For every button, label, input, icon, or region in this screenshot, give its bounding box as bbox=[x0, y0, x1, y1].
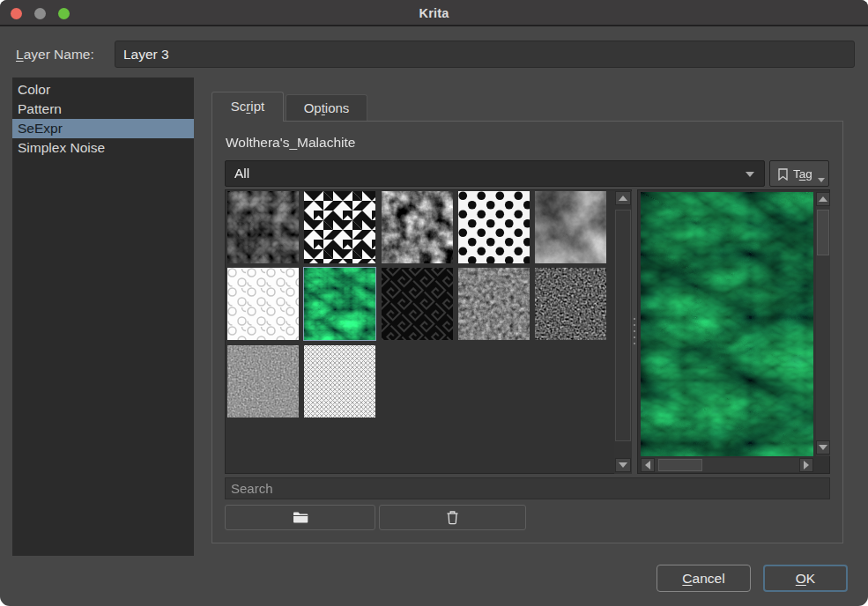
resource-name-label: Wolthera's_Malachite bbox=[226, 135, 355, 151]
pattern-preview-image bbox=[641, 192, 813, 456]
window-title: Krita bbox=[0, 6, 868, 20]
chevron-down-icon bbox=[746, 172, 754, 177]
pattern-preview-panel bbox=[637, 189, 830, 474]
delete-resource-button[interactable] bbox=[379, 505, 526, 530]
tab-script[interactable]: Script bbox=[211, 92, 284, 122]
tag-filter-combobox[interactable]: All bbox=[225, 160, 765, 187]
script-tab-pane: Wolthera's_Malachite All Tag bbox=[211, 121, 843, 543]
pattern-thumb-diagonal-hatch[interactable] bbox=[304, 345, 375, 418]
generator-item-simplex-noise[interactable]: Simplex Noise bbox=[12, 138, 194, 158]
pattern-grid-scrollbar[interactable] bbox=[614, 191, 632, 474]
generator-item-pattern[interactable]: Pattern bbox=[12, 100, 194, 119]
titlebar: Krita bbox=[0, 0, 868, 26]
scroll-right-button[interactable] bbox=[799, 458, 813, 472]
search-input[interactable] bbox=[225, 477, 830, 499]
scroll-up-button[interactable] bbox=[816, 192, 830, 206]
scroll-down-button[interactable] bbox=[615, 458, 631, 472]
layer-name-label: Layer Name: bbox=[16, 47, 94, 63]
pattern-thumb-gray-splatter[interactable] bbox=[382, 191, 453, 263]
scrollbar-thumb[interactable] bbox=[817, 210, 829, 255]
krita-dialog-window: Krita Layer Name: ColorPatternSeExprSimp… bbox=[0, 0, 868, 606]
folder-icon bbox=[293, 511, 308, 524]
scrollbar-thumb[interactable] bbox=[658, 459, 702, 471]
preview-horizontal-scrollbar[interactable] bbox=[641, 458, 813, 472]
generator-item-seexpr[interactable]: SeExpr bbox=[12, 119, 194, 138]
pattern-thumb-truchet-circles[interactable] bbox=[227, 268, 299, 340]
scroll-up-button[interactable] bbox=[615, 191, 631, 205]
pattern-thumb-black-maze[interactable] bbox=[382, 268, 453, 340]
tag-button[interactable]: Tag bbox=[769, 160, 829, 187]
pattern-thumb-malachite-green[interactable] bbox=[304, 268, 375, 340]
bookmark-icon bbox=[778, 168, 788, 181]
pattern-thumb-canvas-weave[interactable] bbox=[227, 345, 299, 418]
tab-options[interactable]: Options bbox=[286, 94, 367, 121]
scroll-down-button[interactable] bbox=[816, 440, 830, 454]
cancel-button[interactable]: Cancel bbox=[657, 565, 751, 592]
generator-item-color[interactable]: Color bbox=[12, 80, 194, 100]
ok-button[interactable]: OK bbox=[763, 565, 848, 592]
pattern-grid bbox=[225, 189, 632, 474]
pattern-thumb-dark-speckle[interactable] bbox=[535, 268, 606, 340]
pattern-thumb-triangle-quilt[interactable] bbox=[304, 191, 375, 263]
pattern-thumb-halftone-dots[interactable] bbox=[458, 191, 530, 263]
pattern-thumb-smoke-clouds[interactable] bbox=[535, 191, 606, 263]
chevron-down-icon bbox=[818, 178, 825, 182]
scrollbar-thumb[interactable] bbox=[615, 210, 631, 441]
preview-vertical-scrollbar[interactable] bbox=[816, 192, 830, 456]
layer-name-input[interactable] bbox=[115, 41, 855, 68]
scroll-left-button[interactable] bbox=[641, 458, 655, 472]
pattern-thumb-rough-concrete[interactable] bbox=[458, 268, 530, 340]
trash-icon bbox=[446, 510, 459, 525]
generator-list: ColorPatternSeExprSimplex Noise bbox=[12, 78, 194, 556]
import-resource-button[interactable] bbox=[225, 505, 375, 530]
pattern-thumb-dark-marble[interactable] bbox=[227, 191, 299, 263]
